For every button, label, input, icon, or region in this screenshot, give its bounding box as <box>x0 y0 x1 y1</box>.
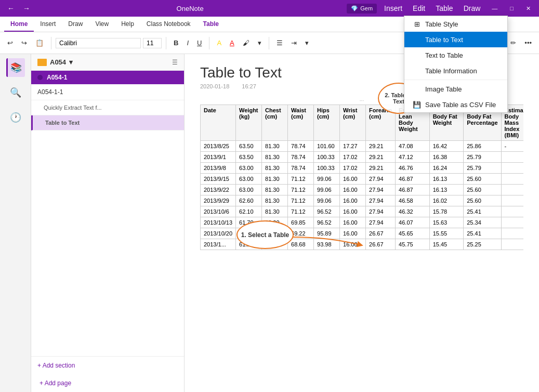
table-cell: 71.12 <box>288 195 314 206</box>
table-cell: 71.12 <box>288 206 314 217</box>
col-waist: Waist(cm) <box>288 105 314 141</box>
toolbar-sep-3 <box>209 37 209 49</box>
table-cell <box>501 228 523 239</box>
table-cell: 46.87 <box>396 174 430 185</box>
table-cell <box>501 163 523 174</box>
tab-help[interactable]: Help <box>115 17 140 32</box>
toolbar-sep-4 <box>269 37 269 49</box>
menu-item-table-information[interactable]: Table Information <box>404 63 507 79</box>
italic-button[interactable]: I <box>183 37 192 48</box>
menu-item-save-csv[interactable]: 💾 Save Table as CSV File <box>404 97 507 112</box>
tab-table[interactable]: Table <box>197 17 225 32</box>
format-more-button[interactable]: 🖌 <box>240 37 253 48</box>
more-toolbar-button[interactable]: ▾ <box>302 37 312 48</box>
table-cell: 78.74 <box>288 141 314 152</box>
notebook-dropdown-icon[interactable]: ▾ <box>69 58 73 66</box>
forward-button[interactable]: → <box>20 3 33 14</box>
sidebar-icon-notebooks[interactable]: 📚 <box>6 58 25 77</box>
draw-menu[interactable]: Draw <box>461 3 484 14</box>
table-cell <box>501 217 523 228</box>
menu-item-table-style[interactable]: ⊞ Table Style <box>404 16 507 32</box>
bullet-list-button[interactable]: ☰ <box>273 37 286 48</box>
highlight-button[interactable]: A <box>214 37 225 48</box>
toolbar-sep-2 <box>166 37 166 49</box>
page-item-2[interactable]: Table to Text <box>31 115 184 130</box>
text-color-button[interactable]: A <box>227 37 238 48</box>
table-cell: 99.06 <box>314 174 340 185</box>
app-title: OneNote <box>177 5 204 12</box>
tab-class-notebook[interactable]: Class Notebook <box>140 17 197 32</box>
col-wrist: Wrist(cm) <box>340 105 366 141</box>
table-menu[interactable]: Table <box>432 3 456 14</box>
table-cell: 2013/9/15 <box>201 174 236 185</box>
gem-icon: 💎 <box>351 5 358 12</box>
table-cell: 27.94 <box>366 206 396 217</box>
table-cell: 2013/9/8 <box>201 163 236 174</box>
pen-button[interactable]: ✏ <box>507 37 519 48</box>
table-cell: 25.86 <box>464 141 501 152</box>
title-bar-left: ← → <box>4 3 33 14</box>
tab-draw[interactable]: Draw <box>62 17 89 32</box>
format-dropdown[interactable]: ▾ <box>255 37 265 48</box>
menu-item-text-to-table[interactable]: Text to Table <box>404 47 507 63</box>
font-size-input[interactable] <box>143 38 162 48</box>
sidebar-icon-search[interactable]: 🔍 <box>6 83 25 102</box>
page-item-1[interactable]: Quickly Extract Text f... <box>31 100 184 115</box>
table-style-icon: ⊞ <box>413 20 421 28</box>
toolbar-sep-1 <box>51 37 51 49</box>
table-cell: 26.67 <box>366 228 396 239</box>
font-family-input[interactable] <box>56 38 141 48</box>
table-cell: 63.00 <box>236 174 262 185</box>
close-button[interactable]: ✕ <box>522 4 535 13</box>
table-cell: 62.60 <box>236 195 262 206</box>
menu-item-table-to-text[interactable]: Table to Text <box>404 32 507 47</box>
indent-button[interactable]: ⇥ <box>288 37 300 48</box>
table-cell: - <box>501 141 523 152</box>
more-options-button[interactable]: ••• <box>521 37 535 48</box>
table-cell: 29.21 <box>366 141 396 152</box>
table-to-text-icon <box>413 35 421 44</box>
add-section-button[interactable]: + Add section <box>31 356 184 374</box>
image-table-icon <box>413 85 421 93</box>
table-cell: 46.87 <box>396 185 430 195</box>
edit-menu[interactable]: Edit <box>410 3 428 14</box>
undo-button[interactable]: ↩ <box>4 37 16 48</box>
table-cell: 25.60 <box>464 195 501 206</box>
menu-item-image-table[interactable]: Image Table <box>404 81 507 97</box>
back-button[interactable]: ← <box>4 3 18 14</box>
clipboard-button[interactable]: 📋 <box>32 37 47 48</box>
dropdown-menu: ⊞ Table Style Table to Text Text to Tabl… <box>404 16 508 113</box>
tab-insert[interactable]: Insert <box>34 17 62 32</box>
tab-view[interactable]: View <box>89 17 115 32</box>
minimize-button[interactable]: — <box>488 4 502 12</box>
table-cell: 2013/9/1 <box>201 152 236 163</box>
table-cell: 25.60 <box>464 185 501 195</box>
bold-button[interactable]: B <box>170 37 181 48</box>
title-bar-right: 💎 Gem Insert Edit Table Draw — □ ✕ <box>347 3 535 14</box>
add-page-button[interactable]: + Add page <box>31 374 184 392</box>
table-cell <box>501 206 523 217</box>
insert-menu[interactable]: Insert <box>381 3 405 14</box>
col-chest: Chest(cm) <box>262 105 288 141</box>
table-cell: 99.06 <box>314 185 340 195</box>
table-cell: 17.02 <box>340 163 366 174</box>
title-bar: ← → OneNote 💎 Gem Insert Edit Table Draw… <box>0 0 539 17</box>
maximize-button[interactable]: □ <box>506 4 518 12</box>
table-cell <box>501 174 523 185</box>
tab-home[interactable]: Home <box>4 17 34 32</box>
table-cell: 27.94 <box>366 174 396 185</box>
callout-select-text: 1. Select a Table <box>241 231 290 239</box>
page-item-0[interactable]: A054-1-1 <box>31 84 184 100</box>
sort-button[interactable]: ☰ <box>172 59 178 66</box>
redo-button[interactable]: ↪ <box>18 37 30 48</box>
table-cell: 81.30 <box>262 206 288 217</box>
sidebar-icon-history[interactable]: 🕐 <box>6 108 25 127</box>
gem-label: Gem <box>360 5 373 11</box>
table-cell <box>501 185 523 195</box>
table-cell: 63.50 <box>236 141 262 152</box>
table-cell: 27.94 <box>366 185 396 195</box>
gem-button[interactable]: 💎 Gem <box>347 4 377 14</box>
underline-button[interactable]: U <box>194 37 205 48</box>
table-cell: 71.12 <box>288 174 314 185</box>
table-cell: 81.30 <box>262 195 288 206</box>
